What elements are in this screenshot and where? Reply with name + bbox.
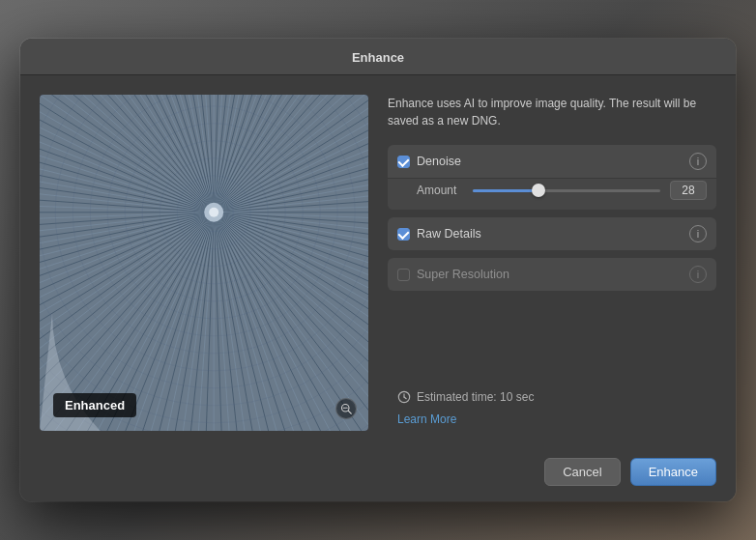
dialog-content: Enhanced Enhance uses AI to improve imag… [20, 75, 736, 446]
bottom-area: Estimated time: 10 sec Learn More [388, 390, 716, 431]
denoise-label: Denoise [417, 155, 461, 168]
raw-details-info-button[interactable]: i [689, 225, 707, 242]
dialog-title: Enhance [352, 50, 404, 65]
amount-row: Amount 28 [388, 179, 716, 210]
clock-icon [397, 390, 411, 404]
dialog-footer: Cancel Enhance [20, 446, 736, 501]
super-resolution-row: Super Resolution i [388, 258, 716, 291]
amount-value: 28 [670, 181, 707, 200]
super-resolution-info-button[interactable]: i [689, 266, 707, 283]
raw-details-group: Raw Details i [388, 217, 716, 250]
slider-wrapper [473, 182, 660, 199]
super-resolution-checkbox-wrapper: Super Resolution [397, 268, 689, 281]
estimated-time: Estimated time: 10 sec [397, 390, 707, 404]
amount-label: Amount [417, 184, 463, 197]
denoise-checkbox-wrapper: Denoise [397, 155, 689, 168]
raw-details-row: Raw Details i [388, 217, 716, 250]
preview-canvas [40, 95, 368, 431]
svg-line-1 [348, 411, 351, 413]
title-bar: Enhance [20, 39, 736, 75]
super-resolution-group: Super Resolution i [388, 258, 716, 291]
denoise-group: Denoise i Amount [388, 145, 716, 210]
raw-details-label: Raw Details [417, 227, 481, 241]
learn-more-link[interactable]: Learn More [397, 412, 456, 426]
enhanced-badge: Enhanced [53, 393, 136, 417]
denoise-checkbox[interactable] [397, 156, 410, 168]
raw-details-checkbox[interactable] [397, 228, 410, 241]
controls-panel: Enhance uses AI to improve image quality… [388, 95, 716, 431]
preview-container: Enhanced [40, 95, 368, 431]
enhance-dialog: Enhance Enhanced Enhance uses AI to impr… [20, 39, 736, 501]
denoise-row: Denoise i [388, 145, 716, 179]
cancel-button[interactable]: Cancel [544, 458, 620, 486]
description-text: Enhance uses AI to improve image quality… [388, 95, 716, 129]
denoise-info-button[interactable]: i [689, 153, 707, 170]
enhance-button[interactable]: Enhance [630, 458, 716, 486]
super-resolution-label: Super Resolution [417, 268, 509, 281]
raw-details-checkbox-wrapper: Raw Details [397, 227, 689, 241]
svg-line-5 [404, 397, 406, 399]
estimated-time-text: Estimated time: 10 sec [417, 390, 534, 404]
super-resolution-checkbox[interactable] [397, 269, 410, 281]
zoom-out-button[interactable] [335, 398, 357, 419]
